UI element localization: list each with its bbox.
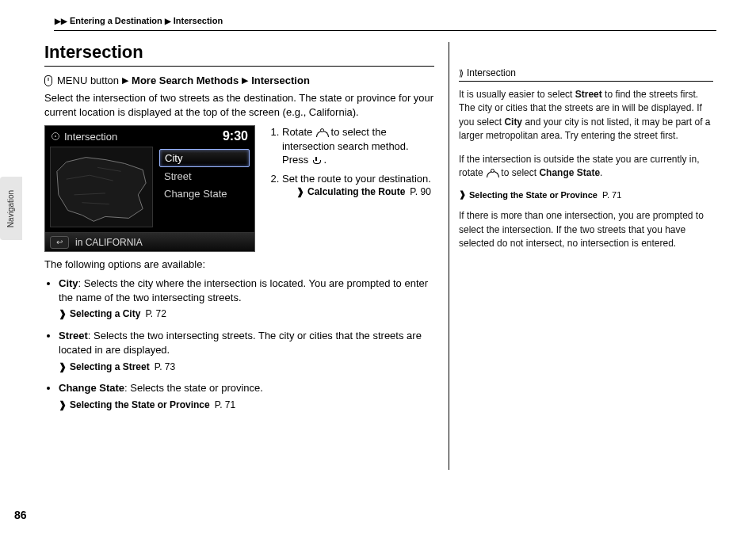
breadcrumb-level1: Entering a Destination <box>70 16 162 25</box>
page-number: 86 <box>14 509 27 521</box>
xref-page: P. 90 <box>410 185 430 198</box>
xref-icon: ❱ <box>296 185 304 198</box>
options-list: City: Selects the city where the interse… <box>46 277 434 411</box>
menu-path: MENU button ▶ More Search Methods ▶ Inte… <box>44 74 434 86</box>
sidebar-heading-text: Intersection <box>467 67 516 78</box>
option-change-state: Change State: Selects the state or provi… <box>59 381 434 411</box>
device-title: Intersection <box>64 131 117 143</box>
xref-icon: ❱ <box>59 399 67 412</box>
sidebar-para-2: If the intersection is outside the state… <box>459 153 713 181</box>
xref-calculating-route: ❱ Calculating the Route P. 90 <box>296 185 434 198</box>
rotate-dial-icon <box>315 129 328 137</box>
sidebar-p2b: to select <box>498 167 539 178</box>
mouse-icon <box>44 75 52 86</box>
xref-selecting-street: ❱ Selecting a Street P. 73 <box>59 360 434 374</box>
step-1: Rotate to select the intersection search… <box>282 125 434 167</box>
intro-text: Select the intersection of two streets a… <box>44 91 434 119</box>
breadcrumb-arrow-icon: ▶ <box>165 17 171 25</box>
sidebar-p1a: It is usually easier to select <box>459 89 575 100</box>
path-part1: MENU button <box>57 74 119 86</box>
sidebar-p1b: Street <box>575 89 602 100</box>
page-title: Intersection <box>44 42 434 67</box>
xref-label: Selecting a City <box>70 307 140 321</box>
press-dial-icon <box>311 157 321 165</box>
xref-icon: ❱ <box>459 189 466 200</box>
rotate-dial-icon <box>486 170 498 177</box>
device-back-icon: ↩ <box>50 236 69 249</box>
device-menu: City Street Change State <box>156 145 254 229</box>
breadcrumb: ▶▶ Entering a Destination ▶ Intersection <box>54 16 716 31</box>
xref-page: P. 71 <box>215 399 235 412</box>
gps-icon <box>52 132 59 140</box>
step-1-text-a: Rotate <box>282 126 315 138</box>
option-change-state-desc: : Selects the state or province. <box>124 382 263 394</box>
options-intro: The following options are available: <box>44 258 434 270</box>
breadcrumb-arrow-icon: ▶▶ <box>55 17 67 25</box>
sidebar-para-3: If there is more than one intersection, … <box>459 209 713 250</box>
device-menu-item-city: City <box>159 149 250 167</box>
xref-page: P. 72 <box>145 307 166 321</box>
xref-icon: ❱ <box>59 307 67 321</box>
path-part2: More Search Methods <box>132 74 239 86</box>
xref-sidebar-state: ❱ Selecting the State or Province P. 71 <box>459 189 713 200</box>
path-arrow-icon: ▶ <box>122 75 128 86</box>
sidebar-body: It is usually easier to select Street to… <box>459 88 713 251</box>
xref-page: P. 73 <box>155 360 175 374</box>
xref-selecting-city: ❱ Selecting a City P. 72 <box>59 307 434 321</box>
sidebar-heading: ⟫ Intersection <box>459 67 713 82</box>
device-time: 9:30 <box>223 129 248 143</box>
sidebar-para-1: It is usually easier to select Street to… <box>459 88 713 143</box>
side-tab-label: Navigation <box>7 189 16 227</box>
option-city: City: Selects the city where the interse… <box>59 277 434 321</box>
xref-selecting-state: ❱ Selecting the State or Province P. 71 <box>59 399 434 412</box>
step-2: Set the route to your destination. ❱ Cal… <box>282 172 434 199</box>
xref-label: Selecting a Street <box>70 360 150 374</box>
xref-label: Selecting the State or Province <box>469 190 598 200</box>
xref-icon: ❱ <box>59 360 67 374</box>
device-screenshot: Intersection 9:30 City <box>44 125 255 252</box>
path-part3: Intersection <box>251 74 310 86</box>
step-2-text: Set the route to your destination. <box>282 173 431 185</box>
device-map <box>50 147 153 227</box>
sidebar-p1d: City <box>504 116 522 128</box>
device-state-line: in CALIFORNIA <box>69 237 250 248</box>
step-1-text-c: . <box>323 154 326 166</box>
option-city-desc: : Selects the city where the intersectio… <box>59 277 428 303</box>
path-arrow-icon: ▶ <box>242 75 248 86</box>
device-menu-item-change-state: Change State <box>159 185 250 202</box>
option-city-label: City <box>59 277 78 289</box>
sidebar-p2d: . <box>600 167 602 178</box>
steps-list: Rotate to select the intersection search… <box>268 125 434 203</box>
xref-page: P. 71 <box>602 190 621 200</box>
option-street-desc: : Selects the two intersecting streets. … <box>59 330 422 356</box>
xref-label: Selecting the State or Province <box>70 399 210 412</box>
side-tab: Navigation <box>0 177 22 240</box>
sidebar-heading-icon: ⟫ <box>459 68 464 78</box>
xref-label: Calculating the Route <box>307 185 405 198</box>
device-menu-item-street: Street <box>159 168 250 185</box>
breadcrumb-level2: Intersection <box>174 16 223 25</box>
option-street-label: Street <box>59 330 88 341</box>
option-change-state-label: Change State <box>59 382 124 394</box>
option-street: Street: Selects the two intersecting str… <box>59 329 434 373</box>
sidebar-p2c: Change State <box>539 167 600 178</box>
